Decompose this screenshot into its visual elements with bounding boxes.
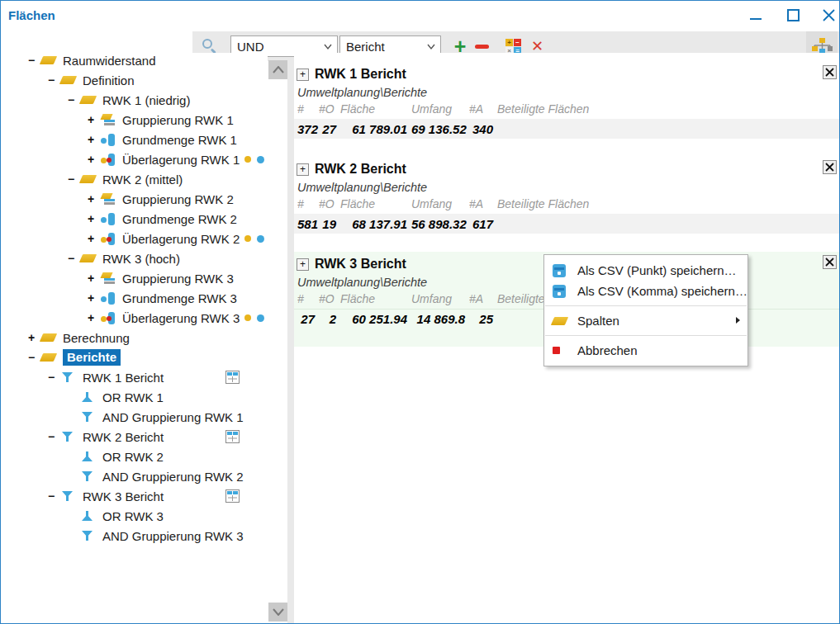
tree-item-rwk3[interactable]: − RWK 3 (hoch) bbox=[0, 248, 268, 268]
collapse-icon[interactable]: − bbox=[48, 73, 61, 87]
expand-icon[interactable]: + bbox=[88, 311, 101, 324]
tree-item-label: AND Gruppierung RWK 1 bbox=[102, 410, 244, 424]
chevron-down-icon bbox=[324, 44, 332, 50]
overlay-icon bbox=[101, 154, 116, 166]
tree-item-label: Gruppierung RWK 1 bbox=[122, 113, 234, 127]
tree-item-or-rwk1[interactable]: OR RWK 1 bbox=[0, 387, 268, 407]
expand-icon[interactable]: + bbox=[88, 232, 101, 245]
overlay-icon bbox=[101, 233, 116, 245]
tree-item-and-gruppierung-rwk3[interactable]: AND Gruppierung RWK 3 bbox=[0, 526, 268, 546]
report-path: Umweltplanung\Berichte bbox=[297, 276, 427, 289]
table-view-icon[interactable] bbox=[225, 430, 240, 446]
filter-up-icon bbox=[81, 510, 93, 522]
remove-filter-button[interactable] bbox=[472, 45, 491, 49]
expand-icon[interactable]: + bbox=[88, 153, 101, 166]
expand-icon[interactable]: + bbox=[28, 331, 41, 344]
expand-icon[interactable]: + bbox=[88, 192, 101, 206]
tree-item-label: Überlagerung RWK 2 bbox=[122, 232, 240, 246]
tree-item-label: RWK 1 Bericht bbox=[83, 371, 164, 385]
save-icon bbox=[553, 264, 566, 277]
tree-item-ueberlagerung-rwk1[interactable]: + Überlagerung RWK 1 bbox=[0, 149, 268, 169]
tree-item-definition[interactable]: − Definition bbox=[0, 70, 268, 90]
report-data-row[interactable]: 3722761 789.0169 136.52340 bbox=[294, 119, 840, 139]
folder-icon bbox=[79, 175, 97, 183]
grouping-icon bbox=[101, 272, 116, 285]
tree-item-gruppierung-rwk1[interactable]: + Gruppierung RWK 1 bbox=[0, 110, 268, 130]
close-report-button[interactable] bbox=[823, 65, 837, 79]
collapse-icon[interactable]: − bbox=[28, 54, 41, 67]
close-report-button[interactable] bbox=[823, 160, 837, 174]
tree-item-or-rwk3[interactable]: OR RWK 3 bbox=[0, 506, 268, 526]
tree-item-label: Grundmenge RWK 3 bbox=[122, 291, 237, 305]
folder-icon bbox=[40, 333, 57, 342]
collapse-icon[interactable]: − bbox=[48, 430, 61, 443]
filter-icon bbox=[61, 371, 74, 383]
expand-icon[interactable]: + bbox=[88, 291, 101, 305]
blue-status-dot bbox=[257, 235, 264, 243]
close-report-button[interactable] bbox=[823, 255, 837, 269]
tree-item-and-gruppierung-rwk2[interactable]: AND Gruppierung RWK 2 bbox=[0, 466, 268, 486]
scroll-up-button[interactable] bbox=[268, 60, 287, 79]
tree-item-ueberlagerung-rwk2[interactable]: + Überlagerung RWK 2 bbox=[0, 229, 268, 248]
report-data-row[interactable]: 5811968 137.9156 898.32617 bbox=[294, 214, 840, 234]
scroll-down-button[interactable] bbox=[268, 603, 287, 622]
menu-item-csv-punkt[interactable]: Als CSV (Punkt) speichern… bbox=[544, 260, 747, 281]
menu-item-abbrechen[interactable]: Abbrechen bbox=[544, 340, 747, 361]
report-path: Umweltplanung\Berichte bbox=[297, 181, 427, 194]
tree-item-raumwiderstand[interactable]: − Raumwiderstand bbox=[0, 53, 268, 70]
expand-report-button[interactable]: + bbox=[297, 258, 309, 271]
tree-item-rwk2[interactable]: − RWK 2 (mittel) bbox=[0, 169, 268, 189]
calc-plus-icon: + bbox=[505, 39, 513, 46]
folder-icon bbox=[40, 56, 57, 64]
report-card-rwk1: + RWK 1 Bericht Umweltplanung\Berichte #… bbox=[294, 64, 840, 157]
tree-item-rwk1-bericht[interactable]: − RWK 1 Bericht bbox=[0, 367, 268, 387]
tree-item-and-gruppierung-rwk1[interactable]: AND Gruppierung RWK 1 bbox=[0, 407, 268, 427]
tree-item-gruppierung-rwk3[interactable]: + Gruppierung RWK 3 bbox=[0, 268, 268, 288]
report-title: RWK 1 Bericht bbox=[315, 67, 406, 82]
collapse-icon[interactable]: − bbox=[68, 173, 81, 186]
expand-report-button[interactable]: + bbox=[297, 69, 309, 81]
collapse-icon[interactable]: − bbox=[28, 351, 41, 364]
collapse-icon[interactable]: − bbox=[48, 371, 61, 384]
folder-icon bbox=[59, 76, 77, 84]
tree-item-rwk3-bericht[interactable]: − RWK 3 Bericht bbox=[0, 486, 268, 506]
tree-item-berechnung[interactable]: + Berechnung bbox=[0, 328, 268, 347]
collapse-icon[interactable]: − bbox=[68, 93, 81, 106]
tree-item-grundmenge-rwk2[interactable]: + Grundmenge RWK 2 bbox=[0, 209, 268, 229]
collapse-icon[interactable]: − bbox=[48, 489, 61, 503]
close-button[interactable] bbox=[818, 5, 839, 25]
menu-item-spalten[interactable]: Spalten bbox=[544, 310, 747, 331]
collapse-icon[interactable]: − bbox=[68, 252, 81, 265]
table-view-icon[interactable] bbox=[225, 489, 240, 505]
expand-icon[interactable]: + bbox=[88, 212, 101, 225]
tree-item-rwk1[interactable]: − RWK 1 (niedrig) bbox=[0, 90, 268, 110]
expand-icon[interactable]: + bbox=[88, 113, 101, 126]
tree-item-rwk2-bericht[interactable]: − RWK 2 Bericht bbox=[0, 427, 268, 447]
minimize-button[interactable] bbox=[745, 5, 766, 25]
calculate-button[interactable]: + − × = bbox=[505, 39, 521, 54]
yellow-status-dot bbox=[244, 235, 251, 242]
expand-icon[interactable]: + bbox=[88, 133, 101, 146]
tree-item-ueberlagerung-rwk3[interactable]: + Überlagerung RWK 3 bbox=[0, 308, 268, 328]
report-column-headers: ##OFlächeUmfang#ABeteiligte Flächen bbox=[294, 197, 840, 210]
tree-item-or-rwk2[interactable]: OR RWK 2 bbox=[0, 447, 268, 466]
tree-item-grundmenge-rwk1[interactable]: + Grundmenge RWK 1 bbox=[0, 130, 268, 149]
maximize-icon bbox=[787, 9, 800, 21]
report-column-headers: ##OFlächeUmfang#ABeteiligte Flächen bbox=[294, 102, 840, 116]
tree-item-label: Berechnung bbox=[63, 331, 130, 345]
maximize-button[interactable] bbox=[782, 5, 804, 25]
tree-item-label: OR RWK 1 bbox=[102, 390, 164, 404]
tree-item-berichte[interactable]: − Berichte bbox=[0, 347, 268, 367]
expand-icon[interactable]: + bbox=[88, 272, 101, 285]
expand-report-button[interactable]: + bbox=[297, 163, 309, 176]
tree-item-grundmenge-rwk3[interactable]: + Grundmenge RWK 3 bbox=[0, 288, 268, 308]
filter-icon bbox=[81, 411, 93, 423]
table-view-icon[interactable] bbox=[225, 371, 240, 386]
menu-item-csv-komma[interactable]: Als CSV (Komma) speichern… bbox=[544, 281, 747, 301]
search-icon bbox=[202, 38, 218, 54]
tree-item-gruppierung-rwk2[interactable]: + Gruppierung RWK 2 bbox=[0, 189, 268, 209]
tree-item-label: RWK 2 (mittel) bbox=[102, 173, 183, 187]
tree-item-label: OR RWK 3 bbox=[102, 509, 164, 523]
close-icon bbox=[825, 163, 834, 172]
hierarchy-icon bbox=[811, 38, 833, 54]
